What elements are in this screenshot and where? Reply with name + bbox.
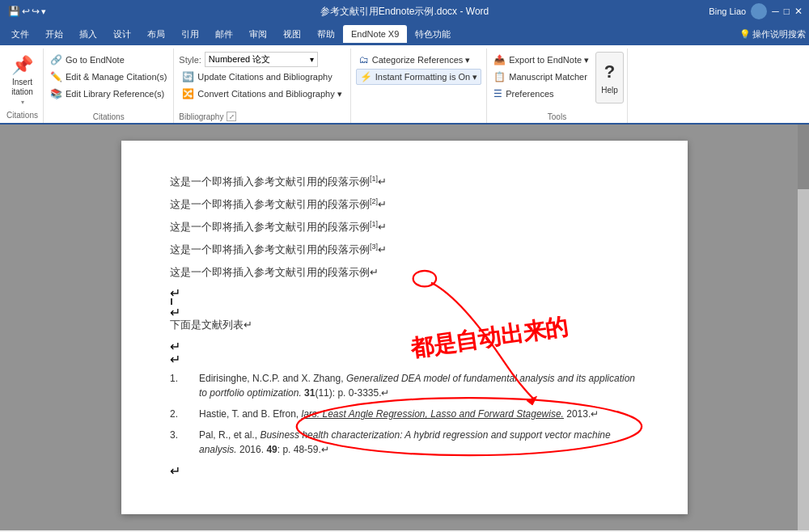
tab-file[interactable]: 文件 [3, 25, 37, 43]
insert-citation-btn[interactable]: 📌 Insertitation ▾ [8, 50, 36, 111]
instant-formatting-group: 🗂 Categorize References ▾ ⚡ Instant Form… [351, 49, 487, 123]
manuscript-matcher-btn[interactable]: 📋 Manuscript Matcher [490, 69, 592, 85]
user-avatar [751, 3, 767, 19]
preferences-btn[interactable]: ☰ Preferences [490, 86, 592, 102]
tools-group-label: Tools [490, 112, 624, 123]
instant-formatting-btn[interactable]: ⚡ Instant Formatting is On ▾ [356, 69, 481, 85]
ribbon-panel: 📌 Insertitation ▾ Citations 🔗 Go to EndN… [0, 45, 809, 125]
ref-text-2: Hastie, T. and B. Efron, lars: Least Ang… [199, 407, 639, 421]
tab-view[interactable]: 视图 [275, 25, 309, 43]
style-dropdown[interactable]: Numbered 论文 ▾ [205, 52, 318, 67]
title-bar: 💾 ↩ ↪ ▾ 参考文献引用Endnote示例.docx - Word Bing… [0, 0, 809, 23]
blank-label [356, 112, 481, 123]
user-name: Bing Liao [709, 6, 746, 16]
doc-line-5: 这是一个即将插入参考文献引用的段落示例↵ [170, 264, 639, 281]
manuscript-icon: 📋 [493, 71, 506, 82]
lightbulb-icon: 💡 [739, 29, 751, 40]
doc-line-2: 这是一个即将插入参考文献引用的段落示例[2]↵ [170, 196, 639, 213]
tab-review[interactable]: 审阅 [241, 25, 275, 43]
ref-num-1: 1. [170, 371, 186, 400]
bibliography-commands: 🔄 Update Citations and Bibliography 🔀 Co… [179, 69, 345, 102]
tab-special[interactable]: 特色功能 [407, 25, 459, 43]
tools-content: 📤 Export to EndNote ▾ 📋 Manuscript Match… [490, 52, 624, 112]
tools-group: 📤 Export to EndNote ▾ 📋 Manuscript Match… [487, 49, 628, 123]
save-icon[interactable]: 💾 [8, 6, 20, 17]
redo-icon[interactable]: ↪ [32, 6, 40, 17]
reference-item-1: 1. Edirisinghe, N.C.P. and X. Zhang, Gen… [170, 371, 639, 400]
ref-text-1: Edirisinghe, N.C.P. and X. Zhang, Genera… [199, 371, 639, 400]
tab-layout[interactable]: 布局 [139, 25, 173, 43]
update-citations-btn[interactable]: 🔄 Update Citations and Bibliography [179, 69, 345, 85]
scrollbar[interactable] [798, 125, 809, 530]
blank-line-5: ↵ [170, 463, 639, 476]
document-title: 参考文献引用Endnote示例.docx - Word [320, 5, 489, 19]
dropdown-arrow-icon: ▾ [310, 55, 314, 64]
style-value: Numbered 论文 [209, 53, 310, 65]
doc-line-3: 这是一个即将插入参考文献引用的段落示例[1]↵ [170, 218, 639, 236]
bibliography-group-label: Bibliography ⤢ [179, 112, 345, 123]
export-icon: 📤 [493, 54, 506, 65]
search-commands[interactable]: 💡 操作说明搜索 [739, 28, 806, 40]
section-title: 下面是文献列表↵ [170, 318, 639, 332]
document-area: 这是一个即将插入参考文献引用的段落示例[1]↵ 这是一个即将插入参考文献引用的段… [0, 125, 809, 530]
edit-citation-icon: ✏️ [50, 71, 62, 82]
convert-citations-btn[interactable]: 🔀 Convert Citations and Bibliography ▾ [179, 86, 345, 102]
ref-num-3: 3. [170, 428, 186, 457]
update-icon: 🔄 [182, 71, 194, 82]
maximize-btn[interactable]: □ [784, 6, 790, 17]
citation-2: [2] [370, 197, 378, 205]
export-endnote-btn[interactable]: 📤 Export to EndNote ▾ [490, 52, 592, 68]
cursor-line [171, 298, 639, 305]
insert-citation-group: 📌 Insertitation ▾ Citations [2, 49, 44, 123]
tools-column-1: 📤 Export to EndNote ▾ 📋 Manuscript Match… [490, 52, 592, 102]
undo-icon[interactable]: ↩ [22, 6, 30, 17]
categorize-references-btn[interactable]: 🗂 Categorize References ▾ [356, 52, 481, 68]
minimize-btn[interactable]: ─ [772, 6, 779, 17]
citation-1: [1] [370, 175, 378, 183]
ribbon-tabs: 文件 开始 插入 设计 布局 引用 邮件 审阅 视图 帮助 EndNote X9… [0, 23, 809, 45]
bibliography-group: Style: Numbered 论文 ▾ 🔄 Update Citations … [174, 49, 350, 123]
close-btn[interactable]: ✕ [794, 6, 803, 17]
document-page: 这是一个即将插入参考文献引用的段落示例[1]↵ 这是一个即将插入参考文献引用的段… [121, 141, 688, 514]
citation-4: [3] [370, 243, 378, 251]
help-btn[interactable]: ? Help [595, 52, 624, 103]
doc-line-1: 这是一个即将插入参考文献引用的段落示例[1]↵ [170, 173, 639, 191]
style-label: Style: [179, 55, 201, 65]
edit-library-ref-btn[interactable]: 📚 Edit Library Reference(s) [47, 86, 170, 102]
goto-endnote-btn[interactable]: 🔗 Go to EndNote [47, 52, 170, 68]
edit-manage-citation-btn[interactable]: ✏️ Edit & Manage Citation(s) [47, 69, 170, 85]
reference-item-2: 2. Hastie, T. and B. Efron, lars: Least … [170, 407, 639, 421]
endnote-go-icon: 🔗 [50, 54, 62, 65]
ref-text-3: Pal, R., et al., Business health charact… [199, 428, 639, 457]
reference-item-3: 3. Pal, R., et al., Business health char… [170, 428, 639, 457]
tab-mail[interactable]: 邮件 [207, 25, 241, 43]
tab-help[interactable]: 帮助 [309, 25, 343, 43]
tab-references[interactable]: 引用 [173, 25, 207, 43]
edit-library-icon: 📚 [50, 88, 62, 99]
preferences-icon: ☰ [493, 88, 502, 99]
instant-format-icon: ⚡ [360, 71, 372, 82]
categorize-icon: 🗂 [359, 54, 369, 65]
citations-label-2: Citations [47, 112, 170, 123]
scrollbar-thumb[interactable] [798, 125, 809, 189]
citations-commands: 🔗 Go to EndNote ✏️ Edit & Manage Citatio… [44, 49, 174, 123]
tab-insert[interactable]: 插入 [71, 25, 105, 43]
tab-home[interactable]: 开始 [37, 25, 71, 43]
tab-endnote[interactable]: EndNote X9 [343, 25, 407, 43]
citation-3: [1] [370, 220, 378, 228]
help-icon: ? [604, 61, 615, 82]
tab-design[interactable]: 设计 [105, 25, 139, 43]
blank-line-4: ↵ [170, 352, 639, 365]
blank-line-3: ↵ [170, 339, 639, 352]
blank-line-2: ↵ [170, 305, 639, 318]
convert-icon: 🔀 [182, 88, 194, 99]
reference-list: 1. Edirisinghe, N.C.P. and X. Zhang, Gen… [170, 371, 639, 457]
style-row: Style: Numbered 论文 ▾ [179, 52, 345, 67]
blank-line-1: ↵ [170, 285, 639, 298]
insert-icon: 📌 [11, 55, 33, 76]
ref-num-2: 2. [170, 407, 186, 421]
expand-bibliography-icon[interactable]: ⤢ [227, 112, 236, 121]
doc-line-4: 这是一个即将插入参考文献引用的段落示例[3]↵ [170, 241, 639, 259]
citations-group-label: Citations [6, 111, 38, 121]
instant-formatting-commands: 🗂 Categorize References ▾ ⚡ Instant Form… [356, 52, 481, 112]
